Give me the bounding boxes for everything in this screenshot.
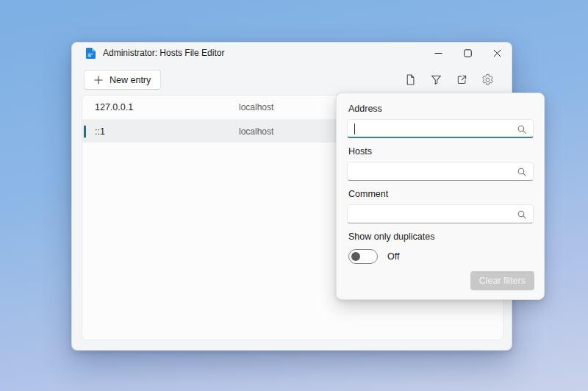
selection-indicator — [84, 125, 86, 137]
comment-filter-input[interactable] — [348, 205, 533, 223]
address-filter-label: Address — [348, 104, 534, 114]
toggle-knob — [351, 252, 360, 261]
flyout-footer: Clear filters — [470, 271, 534, 290]
new-entry-label: New entry — [110, 75, 151, 85]
clear-filters-button[interactable]: Clear filters — [470, 271, 534, 290]
address-filter-box — [347, 119, 534, 138]
close-button[interactable] — [482, 43, 512, 63]
search-icon[interactable] — [517, 167, 527, 177]
window-controls — [423, 43, 512, 63]
settings-gear-icon[interactable] — [477, 70, 498, 90]
duplicates-toggle[interactable] — [348, 249, 378, 264]
comment-filter-box — [347, 204, 534, 223]
show-only-duplicates-label: Show only duplicates — [348, 232, 534, 242]
toggle-state-label: Off — [387, 251, 399, 262]
search-icon[interactable] — [517, 209, 527, 220]
toolbar-icon-group — [400, 70, 500, 90]
open-external-icon[interactable] — [451, 70, 473, 90]
plus-icon — [94, 76, 103, 85]
entry-hosts: localhost — [239, 102, 273, 112]
entry-hosts: localhost — [239, 126, 273, 137]
titlebar: Administrator: Hosts File Editor — [72, 43, 512, 63]
entry-address: ::1 — [95, 126, 239, 137]
maximize-button[interactable] — [453, 43, 482, 63]
hosts-filter-label: Hosts — [348, 146, 534, 157]
search-icon[interactable] — [517, 124, 527, 134]
text-cursor — [354, 123, 355, 134]
duplicates-toggle-row: Off — [348, 249, 534, 264]
new-file-icon[interactable] — [400, 70, 421, 90]
minimize-button[interactable] — [423, 43, 453, 63]
address-filter-input[interactable] — [348, 120, 533, 137]
window-title: Administrator: Hosts File Editor — [103, 48, 224, 58]
comment-filter-label: Comment — [348, 189, 534, 199]
entry-address: 127.0.0.1 — [95, 102, 239, 112]
filter-icon[interactable] — [426, 70, 447, 90]
hosts-filter-input[interactable] — [348, 162, 533, 180]
app-document-icon — [85, 48, 96, 59]
toolbar: New entry — [72, 63, 512, 90]
filter-flyout: Address Hosts Comment Show only duplicat… — [336, 93, 545, 300]
new-entry-button[interactable]: New entry — [84, 70, 161, 90]
hosts-filter-box — [347, 162, 534, 181]
